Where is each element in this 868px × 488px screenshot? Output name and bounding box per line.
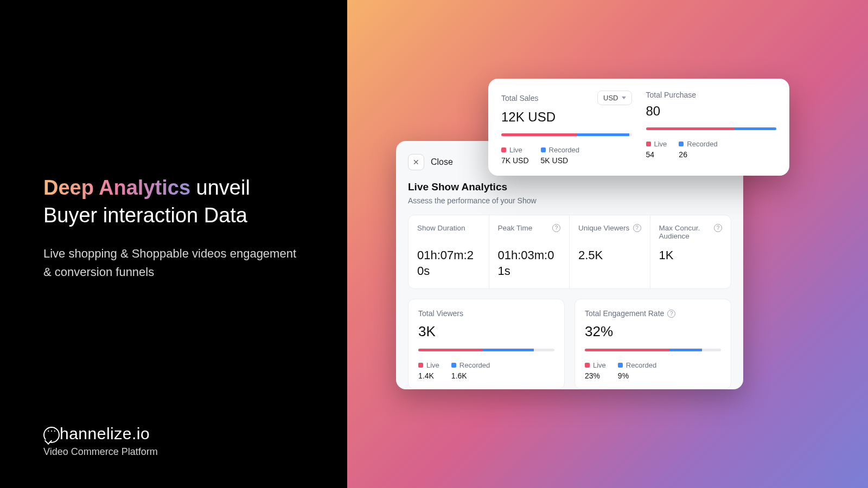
col-total-sales: Total Sales USD 12K USD Live 7K USD Reco… bbox=[501, 91, 632, 165]
card-engagement: Total Engagement Rate ? 32% Live 23% Rec… bbox=[575, 299, 731, 389]
purchase-label: Total Purchase bbox=[646, 91, 697, 99]
chevron-down-icon bbox=[622, 97, 626, 99]
analytics-title: Live Show Analytics bbox=[408, 181, 731, 193]
legend-dot-live bbox=[646, 142, 651, 146]
bar-recorded bbox=[735, 127, 776, 130]
brand-block: hannelize.io Video Commerce Platform bbox=[43, 425, 158, 458]
stat-peak: Peak Time ? 01h:03m:01s bbox=[489, 215, 570, 288]
analytics-card: ✕ Close Live Show Analytics Assess the p… bbox=[396, 141, 743, 389]
headline-gradient: Deep Analytics bbox=[43, 176, 190, 199]
info-icon[interactable]: ? bbox=[714, 224, 722, 232]
bar-recorded bbox=[577, 133, 629, 136]
currency-select[interactable]: USD bbox=[597, 91, 631, 105]
showcase-panel: ✕ Close Live Show Analytics Assess the p… bbox=[347, 0, 868, 488]
stat-concur: Max Concur. Audience ? 1K bbox=[650, 215, 731, 288]
headline: Deep Analytics unveil Buyer interaction … bbox=[43, 174, 304, 230]
brand-name: hannelize.io bbox=[43, 425, 158, 443]
legend-dot-recorded bbox=[618, 363, 623, 368]
sales-value: 12K USD bbox=[501, 110, 632, 125]
engagement-legend: Live 23% Recorded 9% bbox=[585, 361, 721, 380]
brand-chat-icon bbox=[43, 427, 60, 443]
purchase-value: 80 bbox=[646, 104, 777, 119]
legend-dot-live bbox=[585, 363, 590, 368]
sales-label: Total Sales bbox=[501, 94, 538, 102]
analytics-sub: Assess the performance of your Show bbox=[408, 196, 731, 205]
stat-duration: Show Duration 01h:07m:20s bbox=[409, 215, 489, 288]
bar-recorded bbox=[669, 349, 702, 351]
info-icon[interactable]: ? bbox=[633, 224, 641, 232]
viewers-bar bbox=[418, 349, 554, 351]
legend-dot-recorded bbox=[541, 147, 546, 152]
engagement-label: Total Engagement Rate bbox=[585, 309, 664, 318]
bar-live bbox=[501, 133, 577, 136]
info-icon[interactable]: ? bbox=[667, 310, 675, 318]
engagement-value: 32% bbox=[585, 323, 721, 340]
viewers-label: Total Viewers bbox=[418, 309, 554, 318]
bar-live bbox=[585, 349, 669, 351]
headline-sub: Live shopping & Shoppable videos engagem… bbox=[43, 245, 304, 281]
bar-live bbox=[418, 349, 482, 351]
close-label[interactable]: Close bbox=[431, 157, 453, 167]
card-total-viewers: Total Viewers 3K Live 1.4K Recorded 1.6K bbox=[408, 299, 565, 389]
purchase-bar bbox=[646, 127, 777, 130]
col-total-purchase: Total Purchase 80 Live 54 Recorded 26 bbox=[646, 91, 777, 165]
viewers-value: 3K bbox=[418, 323, 554, 340]
stat-unique: Unique Viewers ? 2.5K bbox=[570, 215, 650, 288]
purchase-legend: Live 54 Recorded 26 bbox=[646, 140, 777, 159]
close-icon: ✕ bbox=[413, 158, 419, 166]
sales-legend: Live 7K USD Recorded 5K USD bbox=[501, 146, 632, 165]
legend-dot-recorded bbox=[679, 142, 684, 146]
viewers-legend: Live 1.4K Recorded 1.6K bbox=[418, 361, 554, 380]
legend-dot-live bbox=[501, 147, 506, 152]
marketing-panel: Deep Analytics unveil Buyer interaction … bbox=[0, 0, 347, 488]
stats-row: Show Duration 01h:07m:20s Peak Time ? 01… bbox=[408, 215, 731, 289]
sales-card: Total Sales USD 12K USD Live 7K USD Reco… bbox=[488, 79, 789, 176]
bar-recorded bbox=[482, 349, 534, 351]
bar-live bbox=[646, 127, 735, 130]
close-button[interactable]: ✕ bbox=[408, 154, 424, 170]
bottom-cards: Total Viewers 3K Live 1.4K Recorded 1.6K bbox=[408, 299, 731, 389]
legend-dot-live bbox=[418, 363, 423, 368]
brand-tagline: Video Commerce Platform bbox=[43, 446, 158, 458]
sales-bar bbox=[501, 133, 632, 136]
info-icon[interactable]: ? bbox=[552, 224, 560, 232]
legend-dot-recorded bbox=[451, 363, 456, 368]
engagement-bar bbox=[585, 349, 721, 351]
